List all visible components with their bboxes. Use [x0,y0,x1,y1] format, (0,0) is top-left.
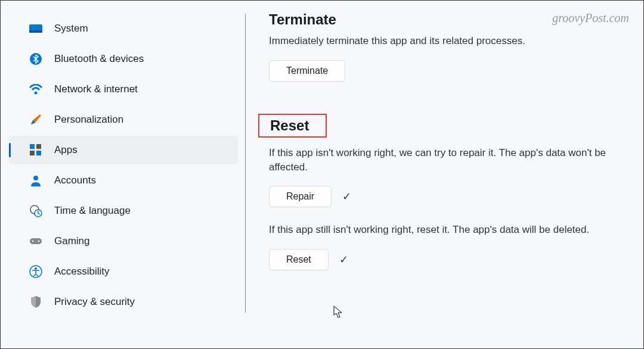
settings-sidebar: System Bluetooth & devices Network & int… [1,1,245,348]
bluetooth-icon [29,52,42,66]
system-icon [29,22,42,35]
paintbrush-icon [29,113,42,126]
sidebar-item-label: System [54,23,88,35]
terminate-description: Immediately terminate this app and its r… [269,34,631,48]
svg-point-15 [35,267,37,270]
svg-point-13 [38,241,40,242]
sidebar-item-label: Gaming [54,235,90,247]
svg-rect-7 [36,151,41,155]
sidebar-item-label: Bluetooth & devices [54,53,144,65]
svg-point-12 [32,241,34,242]
sidebar-item-accounts[interactable]: Accounts [9,166,238,195]
repair-button[interactable]: Repair [269,186,332,207]
sidebar-item-network[interactable]: Network & internet [9,75,238,104]
svg-rect-6 [30,151,35,155]
sidebar-item-apps[interactable]: Apps [9,136,238,164]
sidebar-item-gaming[interactable]: Gaming [9,227,238,255]
apps-icon [29,144,42,157]
sidebar-item-label: Network & internet [54,83,138,95]
svg-rect-11 [30,238,42,244]
sidebar-item-label: Personalization [54,114,123,126]
sidebar-item-system[interactable]: System [9,14,238,43]
svg-point-3 [35,92,38,95]
clock-globe-icon [29,204,42,217]
sidebar-item-privacy[interactable]: Privacy & security [9,288,238,316]
sidebar-item-label: Accessibility [54,266,110,278]
accessibility-icon [29,265,42,278]
checkmark-icon: ✓ [339,253,348,266]
sidebar-item-label: Accounts [54,174,96,186]
settings-content: Terminate Immediately terminate this app… [245,1,643,348]
shield-icon [29,295,42,309]
checkmark-icon: ✓ [342,190,351,203]
sidebar-item-accessibility[interactable]: Accessibility [9,257,238,286]
svg-point-8 [33,176,38,180]
sidebar-item-label: Time & language [54,205,131,217]
sidebar-item-label: Apps [54,144,78,156]
repair-description: If this app isn't working right, we can … [269,146,631,174]
reset-heading: Reset [261,117,309,134]
sidebar-item-time-language[interactable]: Time & language [9,197,238,225]
wifi-icon [29,83,42,96]
sidebar-item-label: Privacy & security [54,296,135,308]
reset-heading-highlight: Reset [258,114,327,138]
sidebar-item-personalization[interactable]: Personalization [9,105,238,134]
watermark: groovyPost.com [552,11,629,25]
sidebar-item-bluetooth[interactable]: Bluetooth & devices [9,45,238,73]
svg-rect-1 [29,30,42,33]
reset-button[interactable]: Reset [269,249,329,270]
svg-rect-5 [36,144,41,149]
terminate-button[interactable]: Terminate [269,60,345,82]
gamepad-icon [29,235,42,248]
reset-description: If this app still isn't working right, r… [269,223,631,237]
svg-rect-4 [30,144,35,149]
person-icon [29,174,42,187]
vertical-divider [245,14,246,313]
